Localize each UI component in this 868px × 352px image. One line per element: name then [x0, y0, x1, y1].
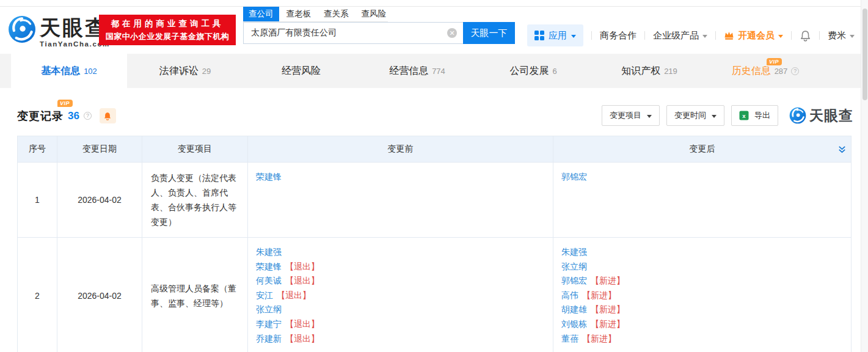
cell-before: 朱建强荣建锋【退出】何美诚【退出】安江【退出】张立纲李建宁【退出】乔建新【退出】	[248, 238, 553, 352]
nav-enterprise-products[interactable]: 企业级产品	[653, 30, 707, 42]
swirl-logo-icon	[8, 15, 36, 43]
person-link[interactable]: 张立纲	[256, 304, 282, 314]
nav-user-menu[interactable]: 费米	[828, 30, 855, 42]
cell-no: 2	[18, 238, 57, 352]
nav-separator	[819, 31, 820, 40]
svg-text:x: x	[742, 112, 746, 119]
top-nav: 应用 商务合作 企业级产品 开通会员 费米	[527, 24, 855, 46]
person-link[interactable]: 郭锦宏	[561, 276, 587, 285]
tabbar-tab-2[interactable]: 经营风险	[243, 54, 359, 88]
person-tag: 【新进】	[582, 290, 616, 300]
search-tab-company[interactable]: 查公司	[243, 7, 279, 21]
section-head: 变更记录 36 ? VIP 变更项目 变更时间 x 导出	[17, 100, 853, 128]
person-line: 朱建强	[561, 245, 843, 260]
caret-down-icon	[571, 35, 576, 38]
export-button[interactable]: x 导出	[731, 105, 778, 126]
person-link[interactable]: 荣建锋	[256, 262, 282, 271]
person-line: 郭锦宏【新进】	[561, 274, 843, 288]
cell-after: 朱建强张立纲郭锦宏【新进】高伟【新进】胡建雄【新进】刘银栋【新进】董蓓【新进】	[553, 238, 852, 352]
search-area: 查公司 查老板 查关系 查风险 ✕ 天眼一下	[243, 10, 515, 44]
person-link[interactable]: 荣建锋	[256, 172, 282, 182]
vertical-scrollbar-track[interactable]	[861, 0, 868, 352]
search-button[interactable]: 天眼一下	[463, 22, 515, 44]
person-tag: 【退出】	[277, 290, 311, 300]
person-tag: 【新进】	[582, 334, 616, 343]
tab-count: 774	[432, 67, 445, 76]
search-tab-relation[interactable]: 查关系	[324, 9, 349, 21]
nav-business-cooperation[interactable]: 商务合作	[600, 30, 636, 42]
section-title: 变更记录	[17, 109, 64, 123]
person-line: 李建宁【退出】	[256, 317, 545, 332]
grid-apps-icon	[534, 31, 544, 40]
nav-separator	[791, 31, 792, 40]
person-link[interactable]: 郭锦宏	[561, 172, 587, 182]
tab-label: 公司发展	[509, 65, 549, 78]
caret-down-icon	[712, 115, 717, 118]
tab-count: 287	[775, 67, 788, 76]
person-tag: 【退出】	[285, 334, 319, 343]
person-link[interactable]: 朱建强	[561, 247, 587, 257]
tabbar-tab-6[interactable]: 历史信息287VIP?	[707, 54, 823, 88]
watermark-brand-text: 天眼查	[809, 106, 853, 125]
cell-item: 负责人变更（法定代表人、负责人、首席代表、合伙事务执行人等变更）	[142, 163, 248, 238]
cell-before: 荣建锋	[248, 163, 553, 238]
person-line: 张立纲	[561, 260, 843, 274]
nav-separator	[591, 31, 592, 40]
subscribe-bell-button[interactable]	[100, 108, 116, 123]
watermark-brand: 天眼查	[789, 106, 853, 125]
bell-icon[interactable]	[800, 30, 811, 42]
col-header-item: 变更项目	[142, 136, 248, 163]
tab-count: 29	[202, 67, 211, 76]
double-chevron-down-icon[interactable]	[837, 145, 847, 154]
person-link[interactable]: 董蓓	[561, 334, 578, 343]
person-line: 荣建锋【退出】	[256, 260, 545, 274]
person-line: 荣建锋	[256, 170, 545, 185]
person-line: 胡建雄【新进】	[561, 302, 843, 317]
person-tag: 【新进】	[591, 319, 625, 329]
search-input[interactable]	[243, 22, 463, 44]
apps-menu-button[interactable]: 应用	[527, 24, 583, 46]
person-link[interactable]: 李建宁	[256, 319, 282, 329]
tab-label: 经营风险	[282, 65, 321, 78]
nav-open-vip[interactable]: 开通会员	[724, 30, 783, 42]
swirl-logo-icon	[789, 107, 806, 124]
col-header-date: 变更日期	[57, 136, 142, 163]
cell-date: 2026-04-02	[57, 238, 142, 352]
clear-icon[interactable]: ✕	[447, 28, 457, 38]
col-header-after: 变更后	[553, 136, 852, 163]
change-record-table: 序号 变更日期 变更项目 变更前 变更后 12026-04-02负责人变更（法定…	[17, 136, 852, 352]
section-count: 36	[68, 110, 79, 122]
crown-icon	[724, 31, 734, 40]
filter-change-time-button[interactable]: 变更时间	[666, 105, 724, 126]
filter-change-time-label: 变更时间	[674, 110, 706, 121]
person-link[interactable]: 张立纲	[561, 262, 587, 271]
nav-separator	[644, 31, 645, 40]
person-link[interactable]: 乔建新	[256, 334, 282, 343]
tabbar-tab-3[interactable]: 经营信息774	[359, 54, 475, 88]
person-link[interactable]: 朱建强	[256, 247, 282, 257]
vertical-scrollbar-thumb[interactable]	[863, 9, 867, 100]
search-tab-risk[interactable]: 查风险	[362, 9, 387, 21]
tab-count: 102	[84, 67, 97, 76]
tabbar-tab-5[interactable]: 知识产权219	[591, 54, 707, 88]
person-line: 郭锦宏	[561, 170, 843, 185]
promo-banner: 都在用的商业查询工具 国家中小企业发展子基金旗下机构	[99, 15, 236, 45]
person-link[interactable]: 何美诚	[256, 276, 282, 285]
table-row: 12026-04-02负责人变更（法定代表人、负责人、首席代表、合伙事务执行人等…	[18, 163, 852, 238]
export-label: 导出	[754, 110, 770, 121]
apps-label: 应用	[549, 30, 567, 42]
person-link[interactable]: 高伟	[561, 290, 578, 300]
person-link[interactable]: 安江	[256, 290, 273, 300]
search-tab-boss[interactable]: 查老板	[286, 9, 312, 21]
tabbar-tab-4[interactable]: 公司发展6	[475, 54, 591, 88]
vip-badge: VIP	[767, 58, 782, 65]
tabbar-tab-1[interactable]: 法律诉讼29	[127, 54, 243, 88]
tab-label: 知识产权	[621, 65, 660, 78]
tabbar-tab-0[interactable]: 基本信息102	[11, 54, 127, 88]
person-link[interactable]: 刘银栋	[561, 319, 587, 329]
question-help-icon[interactable]: ?	[84, 112, 92, 120]
filter-change-item-button[interactable]: 变更项目	[602, 105, 660, 126]
site-logo[interactable]: 天眼查 TianYanCha.com	[8, 15, 110, 48]
tab-label: 法律诉讼	[159, 65, 199, 78]
person-link[interactable]: 胡建雄	[561, 304, 587, 314]
